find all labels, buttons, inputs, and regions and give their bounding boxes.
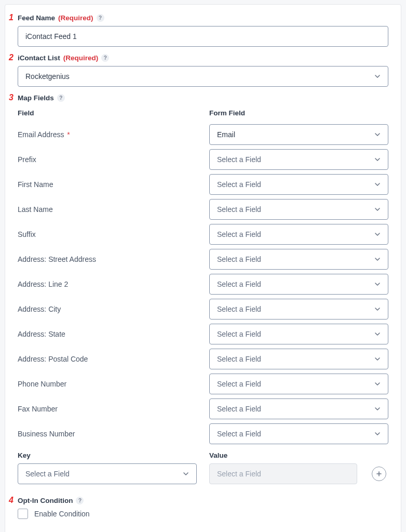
value-select-placeholder: Select a Field bbox=[217, 470, 261, 478]
key-header: Key bbox=[18, 451, 197, 463]
map-field-select-cell: Select a Field bbox=[209, 147, 388, 172]
icontact-list-label: iContact List bbox=[18, 54, 60, 62]
form-field-select[interactable]: Email bbox=[209, 124, 388, 145]
map-field-label: Address: Street Address bbox=[18, 248, 197, 271]
enable-condition-label: Enable Condition bbox=[34, 510, 90, 518]
feed-name-section: 1 Feed Name (Required) ? bbox=[18, 14, 388, 47]
form-field-select-value: Select a Field bbox=[217, 230, 261, 238]
form-field-select-value: Select a Field bbox=[217, 280, 261, 288]
icontact-list-value: Rocketgenius bbox=[25, 72, 70, 81]
chevron-down-icon bbox=[183, 471, 189, 477]
map-field-label: Phone Number bbox=[18, 373, 197, 395]
value-header: Value bbox=[209, 451, 357, 463]
form-field-select[interactable]: Select a Field bbox=[209, 349, 388, 369]
map-field-select-cell: Select a Field bbox=[209, 297, 388, 322]
form-field-select[interactable]: Select a Field bbox=[209, 299, 388, 320]
annotation-2: 2 bbox=[9, 53, 13, 62]
chevron-down-icon bbox=[374, 381, 381, 387]
map-field-label: Address: State bbox=[18, 323, 197, 345]
field-column-header: Field bbox=[18, 106, 197, 122]
enable-condition-checkbox[interactable] bbox=[18, 509, 28, 519]
form-field-select[interactable]: Select a Field bbox=[209, 199, 388, 220]
feed-name-label: Feed Name bbox=[18, 14, 55, 22]
form-field-select[interactable]: Select a Field bbox=[209, 274, 388, 295]
icontact-list-required: (Required) bbox=[63, 54, 99, 62]
feed-name-required: (Required) bbox=[58, 14, 93, 22]
form-field-select[interactable]: Select a Field bbox=[209, 224, 388, 245]
map-fields-label-row: Map Fields ? bbox=[18, 94, 388, 102]
opt-in-section: 4 Opt-In Condition ? Enable Condition bbox=[18, 497, 388, 519]
map-field-select-cell: Select a Field bbox=[209, 172, 388, 197]
map-fields-grid: Field Form Field Email Address *EmailPre… bbox=[18, 106, 388, 446]
map-field-select-cell: Select a Field bbox=[209, 347, 388, 371]
settings-panel: 1 Feed Name (Required) ? 2 iContact List… bbox=[5, 4, 401, 532]
map-field-label: Address: Line 2 bbox=[18, 273, 197, 296]
chevron-down-icon bbox=[374, 406, 381, 412]
chevron-down-icon bbox=[374, 131, 381, 138]
form-field-select-value: Select a Field bbox=[217, 180, 261, 189]
opt-in-checkbox-row: Enable Condition bbox=[18, 509, 388, 519]
map-field-label: Suffix bbox=[18, 223, 197, 246]
form-field-select[interactable]: Select a Field bbox=[209, 149, 388, 170]
form-field-select-value: Select a Field bbox=[217, 355, 261, 363]
map-field-select-cell: Select a Field bbox=[209, 371, 388, 396]
chevron-down-icon bbox=[374, 206, 381, 212]
chevron-down-icon bbox=[374, 73, 381, 79]
map-field-label: Last Name bbox=[18, 198, 197, 221]
icontact-list-label-row: iContact List (Required) ? bbox=[18, 54, 388, 62]
form-field-select-value: Email bbox=[217, 130, 235, 139]
key-select-value: Select a Field bbox=[25, 470, 70, 478]
form-field-select[interactable]: Select a Field bbox=[209, 423, 388, 444]
feed-name-input[interactable] bbox=[18, 26, 388, 47]
chevron-down-icon bbox=[374, 306, 381, 312]
form-field-select-value: Select a Field bbox=[217, 305, 261, 313]
map-field-label: Address: Postal Code bbox=[18, 348, 197, 370]
chevron-down-icon bbox=[374, 156, 381, 163]
form-field-select-value: Select a Field bbox=[217, 380, 261, 388]
form-field-select-value: Select a Field bbox=[217, 255, 261, 263]
help-icon[interactable]: ? bbox=[101, 54, 109, 62]
icontact-list-section: 2 iContact List (Required) ? Rocketgeniu… bbox=[18, 54, 388, 87]
chevron-down-icon bbox=[374, 256, 381, 262]
key-value-row: Key Value Select a Field Select a Field bbox=[18, 451, 388, 484]
form-field-select-value: Select a Field bbox=[217, 205, 261, 214]
map-field-label: Address: City bbox=[18, 298, 197, 321]
opt-in-label: Opt-In Condition bbox=[18, 497, 73, 504]
map-field-select-cell: Select a Field bbox=[209, 396, 388, 421]
form-field-select[interactable]: Select a Field bbox=[209, 324, 388, 344]
map-field-select-cell: Select a Field bbox=[209, 421, 388, 446]
annotation-3: 3 bbox=[9, 93, 13, 102]
map-field-label: Prefix bbox=[18, 148, 197, 171]
map-fields-section: 3 Map Fields ? Field Form Field Email Ad… bbox=[18, 94, 388, 484]
help-icon[interactable]: ? bbox=[57, 94, 65, 102]
form-field-select[interactable]: Select a Field bbox=[209, 374, 388, 394]
help-icon[interactable]: ? bbox=[97, 14, 104, 22]
add-row-button[interactable] bbox=[372, 467, 386, 481]
required-asterisk: * bbox=[65, 130, 70, 139]
map-field-select-cell: Select a Field bbox=[209, 322, 388, 347]
map-field-select-cell: Email bbox=[209, 122, 388, 147]
form-field-select[interactable]: Select a Field bbox=[209, 174, 388, 195]
chevron-down-icon bbox=[374, 356, 381, 362]
help-icon[interactable]: ? bbox=[76, 497, 84, 504]
form-field-select[interactable]: Select a Field bbox=[209, 249, 388, 270]
form-field-select[interactable]: Select a Field bbox=[209, 398, 388, 419]
key-select[interactable]: Select a Field bbox=[18, 463, 197, 484]
chevron-down-icon bbox=[374, 231, 381, 237]
form-field-select-value: Select a Field bbox=[217, 330, 261, 338]
chevron-down-icon bbox=[374, 281, 381, 287]
map-field-label: Fax Number bbox=[18, 397, 197, 420]
form-field-select-value: Select a Field bbox=[217, 430, 261, 438]
form-field-select-value: Select a Field bbox=[217, 155, 261, 164]
annotation-1: 1 bbox=[9, 13, 13, 22]
annotation-4: 4 bbox=[9, 496, 13, 505]
map-fields-label: Map Fields bbox=[18, 94, 54, 102]
chevron-down-icon bbox=[374, 181, 381, 188]
feed-name-label-row: Feed Name (Required) ? bbox=[18, 14, 388, 22]
map-field-label: Email Address * bbox=[18, 123, 197, 146]
map-field-label: First Name bbox=[18, 173, 197, 196]
icontact-list-select[interactable]: Rocketgenius bbox=[18, 66, 388, 87]
chevron-down-icon bbox=[374, 431, 381, 437]
chevron-down-icon bbox=[374, 331, 381, 337]
opt-in-label-row: Opt-In Condition ? bbox=[18, 497, 388, 504]
